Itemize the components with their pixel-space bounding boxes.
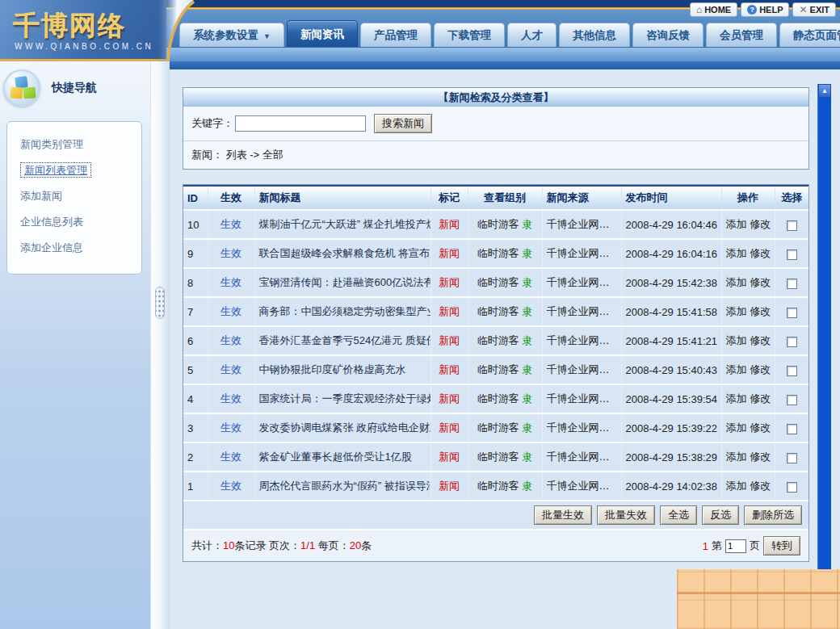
row-checkbox[interactable] bbox=[787, 482, 797, 493]
nav-tab[interactable]: 咨询反馈 bbox=[632, 23, 704, 47]
column-header: 查看组别 bbox=[468, 186, 542, 210]
quick-link-home[interactable]: ⌂HOME bbox=[690, 2, 737, 17]
group-link[interactable]: 隶 bbox=[522, 480, 532, 492]
action-add-link[interactable]: 添加 bbox=[726, 451, 747, 463]
goto-button[interactable]: 转到 bbox=[763, 536, 800, 556]
news-title-link[interactable]: 商务部：中国必须稳定劳动密集型产业出口 bbox=[259, 305, 431, 317]
nav-tab[interactable]: 会员管理 bbox=[706, 23, 777, 47]
row-checkbox[interactable] bbox=[787, 424, 797, 434]
nav-tab[interactable]: 新闻资讯 bbox=[287, 20, 358, 47]
status-link[interactable]: 生效 bbox=[220, 480, 242, 492]
sidebar-item[interactable]: 添加企业信息 bbox=[7, 235, 141, 261]
action-edit-link[interactable]: 修改 bbox=[750, 421, 771, 434]
action-edit-link[interactable]: 修改 bbox=[750, 218, 771, 230]
nav-tab[interactable]: 其他信息 bbox=[559, 23, 630, 47]
group-link[interactable]: 隶 bbox=[522, 421, 532, 434]
action-edit-link[interactable]: 修改 bbox=[750, 334, 771, 346]
nav-tab[interactable]: 下载管理 bbox=[434, 23, 505, 47]
action-edit-link[interactable]: 修改 bbox=[750, 305, 771, 317]
nav-tab[interactable]: 系统参数设置▼ bbox=[179, 23, 284, 47]
cell-select bbox=[775, 413, 808, 442]
row-checkbox[interactable] bbox=[787, 337, 797, 347]
quicknav-header: 快捷导航 bbox=[0, 61, 150, 111]
action-add-link[interactable]: 添加 bbox=[726, 276, 747, 288]
status-link[interactable]: 生效 bbox=[220, 363, 242, 375]
row-checkbox[interactable] bbox=[787, 453, 797, 463]
news-title-link[interactable]: 周杰伦代言眼药水为“假药” 被指误导消… bbox=[259, 480, 431, 492]
row-checkbox[interactable] bbox=[787, 308, 797, 318]
status-link[interactable]: 生效 bbox=[220, 451, 242, 463]
action-add-link[interactable]: 添加 bbox=[726, 392, 747, 405]
news-title-link[interactable]: 国家统计局：一季度宏观经济处于绿灯区 bbox=[259, 392, 431, 405]
group-link[interactable]: 隶 bbox=[522, 276, 532, 288]
status-link[interactable]: 生效 bbox=[220, 392, 242, 405]
action-edit-link[interactable]: 修改 bbox=[750, 276, 771, 288]
row-checkbox[interactable] bbox=[787, 250, 797, 260]
cell-id: 4 bbox=[183, 384, 208, 413]
status-link[interactable]: 生效 bbox=[220, 276, 242, 288]
cell-select bbox=[775, 210, 808, 239]
batch-button[interactable]: 批量失效 bbox=[597, 505, 655, 525]
total-label: 共计： bbox=[191, 539, 223, 551]
row-checkbox[interactable] bbox=[787, 395, 797, 405]
batch-button[interactable]: 删除所选 bbox=[744, 505, 802, 525]
cell-title: 宝钢澄清传闻：赴港融资600亿说法有误 bbox=[254, 268, 430, 297]
sidebar-item[interactable]: 添加新闻 bbox=[7, 183, 141, 209]
status-link[interactable]: 生效 bbox=[220, 421, 242, 434]
quick-link-exit[interactable]: ✕EXIT bbox=[792, 2, 836, 17]
action-edit-link[interactable]: 修改 bbox=[750, 363, 771, 375]
action-add-link[interactable]: 添加 bbox=[726, 305, 747, 317]
action-add-link[interactable]: 添加 bbox=[726, 218, 747, 230]
news-title-link[interactable]: 煤制油千亿元“大跃进” 煤企扎堆投产煤… bbox=[259, 218, 431, 230]
action-edit-link[interactable]: 修改 bbox=[750, 247, 771, 259]
sidebar-splitter[interactable] bbox=[150, 61, 170, 629]
action-add-link[interactable]: 添加 bbox=[726, 480, 747, 492]
news-title-link[interactable]: 发改委协调电煤紧张 政府或给电企财政补贴 bbox=[259, 421, 431, 434]
status-link[interactable]: 生效 bbox=[220, 305, 242, 317]
row-checkbox[interactable] bbox=[787, 366, 797, 376]
quick-link-help[interactable]: ?HELP bbox=[741, 2, 789, 17]
cell-source: 千博企业网… bbox=[542, 413, 621, 442]
group-link[interactable]: 隶 bbox=[522, 218, 532, 230]
action-edit-link[interactable]: 修改 bbox=[750, 392, 771, 405]
sidebar-item[interactable]: 新闻列表管理 bbox=[7, 157, 141, 183]
scroll-up-button[interactable]: ▲ bbox=[818, 84, 831, 98]
row-checkbox[interactable] bbox=[787, 279, 797, 289]
goto-page-input[interactable] bbox=[725, 539, 746, 553]
batch-button[interactable]: 全选 bbox=[660, 505, 697, 525]
nav-tab[interactable]: 静态页面管理 bbox=[779, 23, 840, 47]
vertical-scrollbar[interactable]: ▲ bbox=[817, 84, 831, 629]
nav-tab[interactable]: 人才 bbox=[507, 23, 556, 47]
group-link[interactable]: 隶 bbox=[522, 334, 532, 346]
news-title-link[interactable]: 香港外汇基金首季亏524亿港元 质疑任志刚… bbox=[259, 334, 431, 346]
news-title-link[interactable]: 中钢协狠批印度矿价格虚高充水 bbox=[259, 363, 406, 375]
status-link[interactable]: 生效 bbox=[220, 334, 242, 346]
sidebar-item[interactable]: 企业信息列表 bbox=[7, 209, 141, 235]
row-checkbox[interactable] bbox=[787, 220, 797, 231]
action-edit-link[interactable]: 修改 bbox=[750, 451, 771, 463]
current-page-number[interactable]: 1 bbox=[703, 540, 708, 552]
news-path-link[interactable]: 列表 -> 全部 bbox=[226, 149, 284, 161]
group-link[interactable]: 隶 bbox=[522, 451, 532, 463]
status-link[interactable]: 生效 bbox=[220, 218, 242, 230]
search-news-button[interactable]: 搜索新闻 bbox=[374, 114, 432, 133]
action-edit-link[interactable]: 修改 bbox=[750, 480, 771, 492]
group-link[interactable]: 隶 bbox=[522, 305, 532, 317]
batch-button[interactable]: 批量生效 bbox=[534, 505, 592, 525]
news-title-link[interactable]: 联合国超级峰会求解粮食危机 将宣布多项… bbox=[259, 247, 431, 259]
news-title-link[interactable]: 紫金矿业董事长超低价受让1亿股 bbox=[259, 451, 412, 463]
sidebar-item[interactable]: 新闻类别管理 bbox=[7, 132, 141, 157]
news-title-link[interactable]: 宝钢澄清传闻：赴港融资600亿说法有误 bbox=[259, 276, 431, 288]
group-link[interactable]: 隶 bbox=[522, 363, 532, 375]
keyword-input[interactable] bbox=[235, 115, 366, 132]
splitter-grip-handle[interactable] bbox=[155, 287, 165, 319]
action-add-link[interactable]: 添加 bbox=[726, 421, 747, 434]
action-add-link[interactable]: 添加 bbox=[726, 247, 747, 259]
action-add-link[interactable]: 添加 bbox=[726, 334, 747, 346]
nav-tab[interactable]: 产品管理 bbox=[360, 23, 431, 47]
status-link[interactable]: 生效 bbox=[220, 247, 242, 259]
action-add-link[interactable]: 添加 bbox=[726, 363, 747, 375]
group-link[interactable]: 隶 bbox=[522, 247, 532, 259]
batch-button[interactable]: 反选 bbox=[702, 505, 739, 525]
group-link[interactable]: 隶 bbox=[522, 392, 532, 405]
